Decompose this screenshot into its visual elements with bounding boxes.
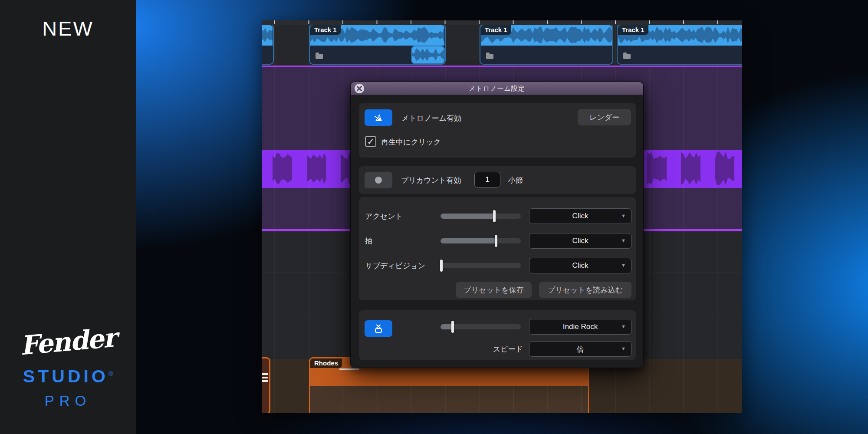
drum-style-dropdown[interactable]: Indie Rock ▼: [529, 319, 631, 335]
waveform: [262, 25, 273, 46]
dialog-titlebar[interactable]: メトロノーム設定: [351, 82, 643, 95]
clip-name-badge: Track 1: [618, 25, 648, 35]
midi-region-top-border: [262, 66, 742, 67]
registered-mark: ®: [108, 370, 113, 377]
accent-sound-dropdown[interactable]: Click ▼: [529, 208, 631, 224]
click-during-playback-label: 再生中にクリック: [381, 137, 441, 147]
dropdown-value: 倍: [529, 345, 631, 355]
folder-icon: [316, 54, 323, 59]
midi-note: [262, 380, 268, 382]
drums-level-slider[interactable]: [441, 321, 521, 333]
subdivision-label: サブディビジョン: [365, 261, 425, 271]
beat-label: 拍: [365, 236, 372, 246]
chevron-down-icon: ▼: [621, 263, 626, 268]
slider-track: [441, 263, 521, 268]
slider-track: [441, 214, 521, 219]
new-badge: NEW: [0, 16, 136, 40]
drums-enable-button[interactable]: [365, 320, 392, 337]
click-during-playback-checkbox[interactable]: ✓: [365, 136, 376, 147]
studio-wordmark: STUDIO®: [0, 366, 136, 387]
chevron-down-icon: ▼: [621, 324, 626, 329]
circle-icon: [375, 177, 382, 184]
midi-note-blob[interactable]: [715, 151, 734, 187]
render-button[interactable]: レンダー: [578, 109, 631, 125]
dropdown-value: Click: [529, 261, 631, 270]
precount-section: プリカウント有効 1 小節: [359, 166, 636, 194]
studio-text: STUDIO: [23, 366, 108, 386]
slider-thumb[interactable]: [451, 321, 454, 333]
precount-enable-button[interactable]: [365, 172, 392, 188]
check-icon: ✓: [367, 137, 374, 146]
metronome-enabled-label: メトロノーム有効: [401, 113, 461, 123]
slider-fill: [441, 238, 496, 243]
slider-fill: [441, 324, 453, 329]
slider-thumb[interactable]: [493, 210, 496, 222]
beat-level-slider[interactable]: [441, 235, 521, 247]
dialog-title: メトロノーム設定: [351, 85, 643, 93]
midi-note: [262, 377, 268, 378]
promo-canvas: NEW Fender STUDIO® PRO Track 1: [0, 0, 868, 434]
slider-track: [441, 238, 521, 243]
dropdown-value: Indie Rock: [529, 322, 631, 331]
metronome-settings-dialog: メトロノーム設定 メトロノーム有効 レンダー ✓ 再生中にクリック: [350, 82, 644, 368]
chevron-down-icon: ▼: [621, 213, 626, 218]
midi-note-blob[interactable]: [307, 151, 326, 187]
metronome-icon: [373, 112, 384, 123]
chevron-down-icon: ▼: [621, 346, 626, 351]
rhodes-clip-body: [310, 386, 588, 413]
pro-wordmark: PRO: [0, 393, 136, 409]
slider-fill: [441, 214, 494, 219]
folder-icon: [486, 54, 493, 59]
midi-note: [262, 373, 268, 375]
load-preset-button[interactable]: プリセットを読み込む: [539, 282, 631, 298]
fender-logo: Fender: [0, 320, 137, 362]
precount-enabled-label: プリカウント有効: [401, 175, 461, 185]
folder-icon: [623, 54, 631, 59]
clip-name-badge: Rhodes: [310, 358, 342, 368]
accent-level-slider[interactable]: [441, 210, 521, 222]
drum-icon: [373, 323, 384, 334]
left-panel: NEW Fender STUDIO® PRO: [0, 0, 136, 434]
slider-thumb[interactable]: [495, 235, 497, 247]
save-preset-button[interactable]: プリセットを保存: [456, 282, 532, 298]
subdivision-sound-dropdown[interactable]: Click ▼: [529, 258, 631, 273]
metronome-enable-button[interactable]: [365, 109, 392, 126]
chevron-down-icon: ▼: [621, 238, 626, 243]
audio-clip-group[interactable]: Track 1: [617, 24, 742, 65]
clip-name-badge: Track 1: [310, 25, 341, 35]
brand-logo: Fender STUDIO® PRO: [0, 326, 136, 409]
audio-clip-partial[interactable]: [262, 24, 274, 65]
accent-label: アクセント: [365, 211, 403, 221]
metronome-section: メトロノーム有効 レンダー ✓ 再生中にクリック: [359, 103, 636, 158]
speed-label: スピード: [471, 344, 523, 354]
clip-name-badge: Track 1: [481, 25, 511, 35]
midi-note-blob[interactable]: [647, 151, 667, 187]
timeline-ruler[interactable]: [262, 20, 742, 25]
click-mix-section: アクセント Click ▼ 拍 Click ▼ サブディビジョン: [359, 197, 636, 300]
midi-note-blob[interactable]: [273, 151, 292, 187]
audio-clip-group[interactable]: Track 1: [480, 24, 613, 65]
audio-subclip[interactable]: [411, 46, 445, 64]
slider-thumb[interactable]: [440, 260, 443, 272]
subdivision-level-slider[interactable]: [441, 260, 521, 272]
beat-sound-dropdown[interactable]: Click ▼: [529, 233, 631, 249]
midi-note: [339, 368, 359, 370]
precount-bars-input[interactable]: 1: [474, 172, 500, 187]
dropdown-value: Click: [529, 237, 631, 245]
audio-clip-group[interactable]: Track 1: [309, 24, 446, 65]
rhodes-clip-partial[interactable]: [262, 357, 270, 413]
midi-note-blob[interactable]: [681, 151, 700, 187]
bars-unit-label: 小節: [508, 175, 523, 185]
speed-dropdown[interactable]: 倍 ▼: [529, 341, 631, 357]
drums-section: Indie Rock ▼ スピード 倍 ▼: [359, 310, 636, 360]
dropdown-value: Click: [529, 212, 631, 220]
